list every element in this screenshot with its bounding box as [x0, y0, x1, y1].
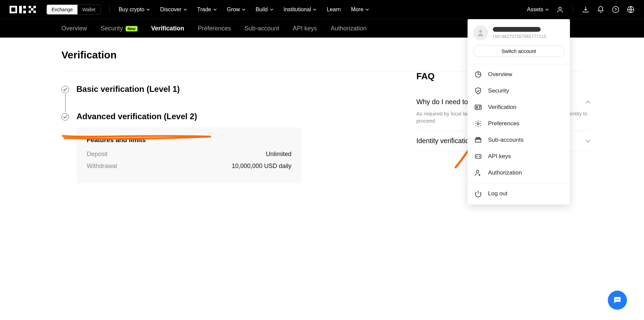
- wallet-icon: [474, 136, 482, 144]
- nav-learn[interactable]: Learn: [327, 6, 341, 13]
- main-nav: Buy crypto Discover Trade Grow Build Ins…: [119, 6, 369, 13]
- check-icon: [61, 113, 69, 121]
- chevron-down-icon: [213, 9, 217, 11]
- chevron-down-icon: [586, 140, 590, 142]
- download-icon[interactable]: [582, 6, 589, 13]
- shield-icon: [474, 87, 482, 95]
- new-badge: New: [126, 26, 138, 31]
- dropdown-overview[interactable]: Overview: [473, 66, 564, 83]
- card-row-deposit: Deposit Unlimited: [87, 151, 291, 158]
- chevron-down-icon: [545, 9, 549, 11]
- dropdown-security[interactable]: Security: [473, 83, 564, 99]
- bell-icon[interactable]: [597, 6, 604, 13]
- row-value: Unlimited: [266, 151, 291, 158]
- divider: [468, 64, 570, 64]
- svg-rect-2: [19, 6, 22, 13]
- user-dropdown: UID:462737357565777215 Switch account Ov…: [468, 19, 570, 205]
- chevron-down-icon: [270, 9, 273, 11]
- svg-rect-19: [475, 155, 481, 158]
- avatar: [473, 25, 488, 40]
- nav-buy-crypto[interactable]: Buy crypto: [119, 6, 150, 13]
- divider: [468, 183, 570, 183]
- svg-rect-9: [33, 11, 36, 13]
- svg-rect-5: [29, 6, 31, 8]
- chevron-down-icon: [146, 9, 150, 11]
- dropdown-authorization[interactable]: Authorization: [473, 165, 564, 181]
- svg-point-10: [559, 7, 561, 10]
- subnav-authorization[interactable]: Authorization: [331, 25, 367, 32]
- person-auth-icon: [474, 169, 482, 177]
- help-icon[interactable]: [612, 6, 619, 13]
- chart-icon: [474, 71, 482, 78]
- globe-icon[interactable]: [627, 6, 634, 13]
- svg-point-20: [476, 170, 479, 173]
- svg-point-11: [613, 6, 619, 13]
- dropdown-logout[interactable]: Log out: [473, 185, 564, 202]
- divider: [110, 6, 110, 13]
- chat-fab[interactable]: [608, 291, 627, 310]
- okx-logo[interactable]: [10, 4, 40, 15]
- gear-icon: [474, 120, 482, 127]
- nav-trade[interactable]: Trade: [197, 6, 217, 13]
- svg-rect-1: [11, 8, 15, 12]
- mode-toggle: Exchange Wallet: [46, 4, 101, 15]
- svg-point-21: [616, 299, 617, 300]
- card-heading: Features and limits: [87, 136, 291, 144]
- svg-rect-18: [475, 138, 481, 142]
- nav-build[interactable]: Build: [256, 6, 273, 13]
- chevron-down-icon: [313, 9, 316, 11]
- nav-more[interactable]: More: [351, 6, 369, 13]
- switch-account-button[interactable]: Switch account: [473, 45, 564, 57]
- svg-rect-8: [29, 11, 31, 13]
- level-2-title: Advanced verification (Level 2): [76, 112, 197, 121]
- toggle-exchange[interactable]: Exchange: [47, 5, 77, 14]
- code-icon: [474, 153, 482, 160]
- user-uid: UID:462737357565777215: [493, 34, 546, 39]
- nav-discover[interactable]: Discover: [160, 6, 187, 13]
- row-label: Withdrawal: [87, 163, 117, 170]
- header-right: Assets: [527, 6, 634, 13]
- top-header: Exchange Wallet Buy crypto Discover Trad…: [0, 0, 644, 19]
- chevron-up-icon: [586, 101, 590, 103]
- card-row-withdrawal: Withdrawal 10,000,000 USD daily: [87, 163, 291, 170]
- level-1-title: Basic verification (Level 1): [76, 84, 180, 94]
- subnav-sub-account[interactable]: Sub-account: [245, 25, 279, 32]
- subnav-security[interactable]: Security New: [101, 25, 138, 32]
- username-redacted: [493, 27, 541, 32]
- row-label: Deposit: [87, 151, 108, 158]
- dropdown-preferences[interactable]: Preferences: [473, 115, 564, 132]
- svg-rect-7: [31, 8, 33, 11]
- check-icon: [61, 86, 69, 93]
- svg-point-13: [479, 30, 482, 33]
- power-icon: [474, 190, 482, 197]
- toggle-wallet[interactable]: Wallet: [77, 5, 100, 14]
- subnav-verification[interactable]: Verification: [151, 25, 184, 32]
- svg-rect-6: [33, 6, 36, 8]
- svg-rect-3: [23, 6, 26, 9]
- nav-grow[interactable]: Grow: [227, 6, 245, 13]
- profile-icon[interactable]: [556, 6, 564, 13]
- chevron-down-icon: [242, 9, 245, 11]
- svg-point-16: [476, 106, 478, 108]
- svg-point-17: [477, 123, 479, 125]
- svg-rect-4: [23, 11, 26, 13]
- features-card: Features and limits Deposit Unlimited Wi…: [76, 127, 302, 183]
- nav-institutional[interactable]: Institutional: [284, 6, 317, 13]
- chevron-down-icon: [366, 9, 369, 11]
- svg-point-22: [617, 299, 618, 300]
- subnav-api-keys[interactable]: API keys: [293, 25, 317, 32]
- svg-point-23: [618, 299, 619, 300]
- nav-assets[interactable]: Assets: [527, 6, 549, 13]
- divider: [573, 6, 573, 13]
- dropdown-user-block: UID:462737357565777215: [473, 25, 564, 40]
- level-connector: [65, 94, 66, 112]
- subnav-preferences[interactable]: Preferences: [198, 25, 231, 32]
- dropdown-sub-accounts[interactable]: Sub-accounts: [473, 132, 564, 148]
- row-value: 10,000,000 USD daily: [232, 163, 291, 170]
- chat-icon: [613, 295, 622, 305]
- chevron-down-icon: [184, 9, 187, 11]
- idcard-icon: [474, 103, 482, 111]
- dropdown-api-keys[interactable]: API keys: [473, 148, 564, 165]
- subnav-overview[interactable]: Overview: [61, 25, 87, 32]
- dropdown-verification[interactable]: Verification: [473, 99, 564, 115]
